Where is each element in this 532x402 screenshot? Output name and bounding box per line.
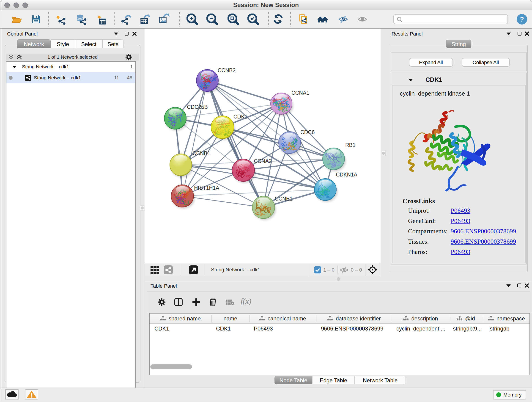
- svg-text:CCNB2: CCNB2: [218, 67, 235, 73]
- svg-text:CDC25B: CDC25B: [187, 104, 208, 110]
- svg-text:CDKN1A: CDKN1A: [336, 172, 357, 178]
- svg-text:CCNA2: CCNA2: [254, 158, 272, 164]
- svg-text:CDC6: CDC6: [300, 129, 315, 135]
- svg-text:CCNA1: CCNA1: [291, 90, 309, 96]
- svg-text:CDK1: CDK1: [234, 114, 247, 120]
- svg-text:CCNB1: CCNB1: [192, 150, 210, 156]
- svg-text:CCNE1: CCNE1: [275, 196, 293, 202]
- svg-text:RB1: RB1: [345, 142, 355, 148]
- svg-text:?: ?: [520, 15, 524, 23]
- svg-text:HIST1H1A: HIST1H1A: [194, 185, 220, 191]
